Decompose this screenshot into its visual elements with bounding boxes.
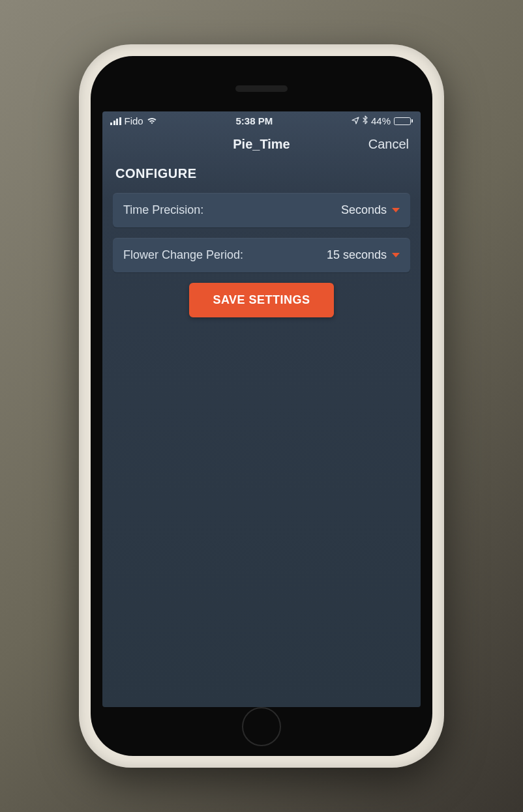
status-bar: Fido 5:38 PM 44% (102, 111, 421, 129)
nav-bar: Pie_Time Cancel (102, 129, 421, 161)
bluetooth-icon (363, 115, 368, 126)
flower-change-period-value-wrap: 15 seconds (327, 248, 400, 262)
section-title: CONFIGURE (113, 166, 410, 181)
phone-bezel: Fido 5:38 PM 44% (91, 56, 432, 756)
home-button[interactable] (242, 707, 281, 746)
screen: Fido 5:38 PM 44% (102, 111, 421, 707)
cancel-button[interactable]: Cancel (368, 137, 409, 152)
flower-change-period-value: 15 seconds (327, 248, 387, 262)
wifi-icon (147, 115, 157, 126)
chevron-down-icon (392, 253, 400, 257)
status-time: 5:38 PM (157, 115, 351, 126)
save-settings-button[interactable]: SAVE SETTINGS (189, 283, 333, 317)
battery-icon (394, 117, 413, 125)
status-right: 44% (351, 115, 413, 126)
time-precision-value-wrap: Seconds (341, 203, 400, 217)
time-precision-row[interactable]: Time Precision: Seconds (113, 193, 410, 227)
chevron-down-icon (392, 208, 400, 212)
content-area: CONFIGURE Time Precision: Seconds Flower… (102, 161, 421, 707)
battery-percent: 44% (371, 115, 391, 126)
flower-change-period-row[interactable]: Flower Change Period: 15 seconds (113, 238, 410, 272)
signal-icon (110, 117, 121, 125)
status-left: Fido (110, 115, 157, 126)
flower-change-period-label: Flower Change Period: (123, 248, 243, 262)
location-icon (351, 115, 359, 126)
time-precision-value: Seconds (341, 203, 387, 217)
time-precision-label: Time Precision: (123, 203, 203, 217)
phone-speaker (235, 85, 288, 92)
page-title: Pie_Time (233, 137, 290, 152)
carrier-label: Fido (125, 115, 143, 126)
phone-frame: Fido 5:38 PM 44% (79, 44, 444, 768)
